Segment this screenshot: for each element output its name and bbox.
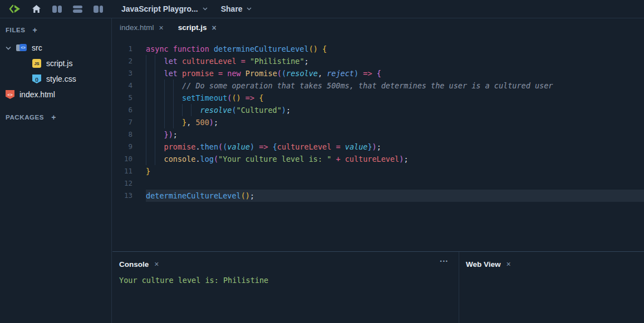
code-line-10[interactable]: 10console.log("Your culture level is: " … xyxy=(112,153,644,165)
indent-guide xyxy=(146,55,146,67)
app-logo[interactable] xyxy=(6,2,23,16)
file-item-index.html[interactable]: <>index.html xyxy=(0,87,111,102)
add-file-button[interactable]: + xyxy=(33,26,38,34)
line-number: 10 xyxy=(112,153,132,165)
indent-guide xyxy=(182,104,183,116)
indent-guide xyxy=(155,128,155,141)
code-area[interactable]: 1async function determineCultureLevel() … xyxy=(112,37,644,202)
editor-pane: index.html×script.js× 1async function de… xyxy=(112,18,644,251)
html-file-icon: <> xyxy=(6,90,14,99)
line-number: 7 xyxy=(112,116,132,128)
tab-script.js[interactable]: script.js× xyxy=(171,18,224,37)
code-line-content: determineCultureLevel(); xyxy=(146,190,644,202)
line-number: 9 xyxy=(112,141,132,153)
indent-guide xyxy=(146,128,146,141)
indent-guide xyxy=(146,153,146,165)
console-output: Your culture level is: Philistine xyxy=(119,276,452,285)
indent-guide xyxy=(155,55,155,67)
file-name: script.js xyxy=(46,59,72,68)
line-number: 2 xyxy=(112,55,132,67)
project-title: JavaScript Playgro... xyxy=(121,4,198,13)
code-line-7[interactable]: 7}, 500); xyxy=(112,116,644,128)
indent-guide xyxy=(164,116,165,128)
code-line-content: let cultureLevel = "Philistine"; xyxy=(146,55,644,67)
line-number: 4 xyxy=(112,79,132,92)
close-console-icon[interactable]: × xyxy=(154,260,159,269)
close-tab-icon[interactable]: × xyxy=(159,24,164,32)
indent-guide xyxy=(146,116,146,128)
layout-columns-button[interactable] xyxy=(50,2,65,16)
sidebar: FILES + <>srcJSscript.js{}style.css<>ind… xyxy=(0,18,112,323)
topbar: JavaScript Playgro... Share xyxy=(0,0,644,18)
indent-guide xyxy=(164,92,165,104)
file-name: style.css xyxy=(46,74,76,83)
css-file-icon: {} xyxy=(32,74,41,83)
tab-index.html[interactable]: index.html× xyxy=(112,18,171,37)
indent-guide xyxy=(191,104,191,116)
indent-guide xyxy=(146,92,146,104)
indent-guide xyxy=(146,67,146,79)
share-dropdown[interactable]: Share xyxy=(221,4,252,13)
console-panel: Console × ••• Your culture level is: Phi… xyxy=(112,252,459,323)
line-number: 12 xyxy=(112,177,132,190)
code-line-content: async function determineCultureLevel() { xyxy=(146,43,644,55)
layout-rows-button[interactable] xyxy=(70,2,85,16)
code-line-1[interactable]: 1async function determineCultureLevel() … xyxy=(112,43,644,55)
indent-guide xyxy=(155,79,155,92)
add-package-button[interactable]: + xyxy=(51,113,56,122)
indent-guide xyxy=(146,79,146,92)
indent-guide xyxy=(173,116,174,128)
code-line-12[interactable]: 12 xyxy=(112,177,644,190)
line-number: 5 xyxy=(112,92,132,104)
code-line-2[interactable]: 2let cultureLevel = "Philistine"; xyxy=(112,55,644,67)
indent-guide xyxy=(155,153,155,165)
layout-sidepanel-icon xyxy=(94,6,103,13)
chevron-down-icon xyxy=(247,7,252,11)
line-number: 13 xyxy=(112,190,132,202)
console-menu-icon[interactable]: ••• xyxy=(440,259,449,264)
line-number: 6 xyxy=(112,104,132,116)
code-line-content: setTimeout(() => { xyxy=(146,92,644,104)
home-button[interactable] xyxy=(29,2,44,16)
playground-logo-icon xyxy=(8,3,21,15)
code-line-8[interactable]: 8}); xyxy=(112,128,644,141)
file-item-style.css[interactable]: {}style.css xyxy=(0,71,111,87)
indent-guide xyxy=(155,141,155,153)
close-tab-icon[interactable]: × xyxy=(212,24,217,32)
line-number: 3 xyxy=(112,67,132,79)
line-number: 8 xyxy=(112,128,132,141)
file-item-src[interactable]: <>src xyxy=(0,40,111,56)
code-line-11[interactable]: 11} xyxy=(112,165,644,177)
indent-guide xyxy=(155,116,155,128)
code-line-content: promise.then((value) => {cultureLevel = … xyxy=(146,141,644,153)
indent-guide xyxy=(164,79,165,92)
code-line-5[interactable]: 5setTimeout(() => { xyxy=(112,92,644,104)
indent-guide xyxy=(155,92,155,104)
close-webview-icon[interactable]: × xyxy=(507,260,511,269)
project-title-dropdown[interactable]: JavaScript Playgro... xyxy=(121,4,208,13)
code-line-content: resolve("Cultured"); xyxy=(146,104,644,116)
file-name: src xyxy=(32,43,42,52)
home-icon xyxy=(32,4,41,13)
bottom-panels: Console × ••• Your culture level is: Phi… xyxy=(112,251,644,323)
code-line-4[interactable]: 4// Do some operation that takes 500ms, … xyxy=(112,79,644,92)
js-file-icon: JS xyxy=(32,59,41,68)
indent-guide xyxy=(164,104,165,116)
code-line-3[interactable]: 3let promise = new Promise((resolve, rej… xyxy=(112,67,644,79)
code-line-content: // Do some operation that takes 500ms, t… xyxy=(146,79,644,92)
code-line-content: }, 500); xyxy=(146,116,644,128)
code-line-6[interactable]: 6resolve("Cultured"); xyxy=(112,104,644,116)
tab-label: script.js xyxy=(178,23,207,32)
code-line-13[interactable]: 13determineCultureLevel(); xyxy=(112,190,644,202)
layout-columns-icon xyxy=(52,6,62,13)
chevron-down-icon xyxy=(203,7,208,11)
code-line-content: }); xyxy=(146,128,644,141)
indent-guide xyxy=(146,141,146,153)
indent-guide xyxy=(173,104,174,116)
file-item-script.js[interactable]: JSscript.js xyxy=(0,56,111,71)
code-line-9[interactable]: 9promise.then((value) => {cultureLevel =… xyxy=(112,141,644,153)
layout-sidepanel-button[interactable] xyxy=(91,2,106,16)
chevron-down-icon xyxy=(6,46,11,50)
code-line-content: console.log("Your culture level is: " + … xyxy=(146,153,644,165)
code-line-content: let promise = new Promise((resolve, reje… xyxy=(146,67,644,79)
